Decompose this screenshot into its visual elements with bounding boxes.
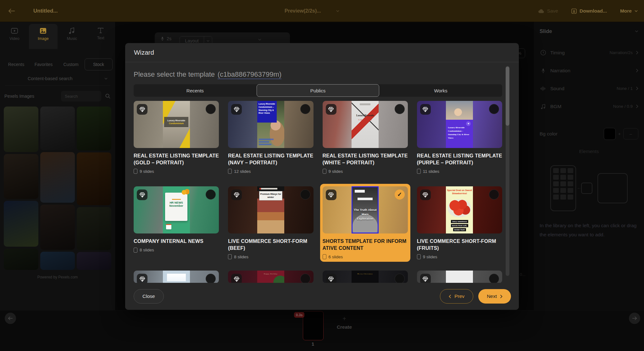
template-thumbnail: Happy Holiday <box>228 271 313 283</box>
template-thumbnail: The Truth About Mars Exploration✓ <box>323 186 408 233</box>
chevron-down-icon[interactable] <box>635 30 638 32</box>
select-circle[interactable] <box>300 104 310 114</box>
chevron-down-icon[interactable] <box>258 39 261 41</box>
template-card[interactable] <box>134 271 219 283</box>
clip-duration-control[interactable]: 2s <box>160 36 171 41</box>
elements-section-title: Elements <box>540 149 638 154</box>
stock-photo[interactable] <box>4 249 38 270</box>
select-circle[interactable] <box>206 274 216 283</box>
back-icon[interactable] <box>8 8 15 14</box>
search-input[interactable] <box>64 94 98 99</box>
download-button[interactable]: Download... <box>571 8 607 14</box>
prev-button[interactable]: Prev <box>440 289 473 304</box>
search-mode-dropdown[interactable]: Content-based search <box>5 76 110 86</box>
modal-tab-publics[interactable]: Publics <box>257 84 380 97</box>
library-grid-icon <box>550 165 576 211</box>
tool-image[interactable]: Image <box>29 24 58 49</box>
right-panel: Slide TimingNarration/2sNarrationSoundNo… <box>534 22 644 310</box>
modal-tab-recents[interactable]: Recents <box>134 84 257 97</box>
preview-selector[interactable]: Preview(2/2s)... <box>285 0 339 22</box>
tool-text[interactable]: Text <box>86 24 115 49</box>
select-circle[interactable] <box>300 274 310 283</box>
template-card[interactable]: Premium Ribeye for winterLIVE COMMERCE S… <box>228 186 313 259</box>
select-circle[interactable] <box>395 104 405 114</box>
stock-photo[interactable] <box>40 152 75 203</box>
selected-check-icon[interactable]: ✓ <box>395 189 405 200</box>
slide-clip[interactable]: 0.3s <box>303 311 324 340</box>
image-source-label[interactable]: Pexels Images <box>4 94 61 99</box>
sidebar-tab-favorites[interactable]: Favorites <box>30 59 57 70</box>
stock-photo[interactable] <box>40 252 75 270</box>
modal-scrollbar[interactable] <box>506 66 509 276</box>
template-card[interactable]: Luxury RiversideCondominiumREAL ESTATE L… <box>134 101 219 174</box>
panel-item-timing[interactable]: TimingNarration/2s <box>540 44 638 62</box>
chevron-right-icon <box>636 104 638 108</box>
premium-gem-icon <box>326 274 336 283</box>
sidebar-tab-stock[interactable]: Stock <box>85 58 113 70</box>
slides-count: 6 slides <box>323 254 408 259</box>
select-circle[interactable] <box>206 104 216 114</box>
template-card[interactable]: HR NEWSNovemberCOMPANY INTERNAL NEWS8 sl… <box>134 186 219 259</box>
sidebar-tabs: RecentsFavoritesCustomStock <box>0 58 115 70</box>
template-card[interactable]: Luxury RiversideCondominiumREAL ESTATE L… <box>323 101 408 174</box>
next-button[interactable]: Next <box>478 289 511 304</box>
template-card[interactable] <box>417 271 502 283</box>
stock-photo[interactable] <box>4 154 38 199</box>
canvas-target-icon <box>597 173 628 203</box>
search-icon[interactable] <box>105 93 111 99</box>
create-slide-button[interactable]: + Create <box>330 310 358 335</box>
stock-photo[interactable] <box>77 107 111 151</box>
close-button[interactable]: Close <box>134 289 164 304</box>
sidebar-tab-custom[interactable]: Custom <box>57 59 85 70</box>
modal-tab-works[interactable]: Works <box>379 84 502 97</box>
stock-photo[interactable] <box>40 205 75 250</box>
clip-duration-label: 2s <box>167 36 171 41</box>
select-circle[interactable] <box>395 274 405 283</box>
select-circle[interactable] <box>300 189 310 200</box>
panel-item-narration[interactable]: Narration <box>540 62 638 80</box>
stock-photo[interactable] <box>4 201 38 247</box>
bg-opacity-control[interactable]: – <box>623 128 638 140</box>
template-card[interactable]: Merry Christmas <box>323 271 408 283</box>
tool-label: Video <box>0 36 29 41</box>
text-icon <box>86 27 115 34</box>
stock-photo[interactable] <box>4 107 38 152</box>
template-card[interactable]: ♥Luxury Riverside Condominium – Stunning… <box>417 101 502 174</box>
image-icon <box>29 27 58 35</box>
tool-video[interactable]: Video <box>0 24 29 49</box>
select-circle[interactable] <box>489 104 499 114</box>
select-circle[interactable] <box>489 274 499 283</box>
tool-music[interactable]: Music <box>58 24 86 49</box>
template-card[interactable]: The Truth About Mars Exploration✓SHORTS … <box>320 184 410 262</box>
stock-photo[interactable] <box>77 152 111 205</box>
music-icon <box>58 27 86 35</box>
slides-icon <box>417 254 421 259</box>
sidebar-tab-recents[interactable]: Recents <box>3 59 30 70</box>
template-card[interactable]: Luxury Riverside Condominium – Stunning … <box>228 101 313 174</box>
document-title[interactable]: Untitled... <box>33 8 58 14</box>
panel-item-bgm[interactable]: BGMNone / 0.9 <box>540 97 638 115</box>
stock-photo-grid <box>4 107 111 270</box>
mic-icon <box>540 68 547 74</box>
save-label: Save <box>547 8 558 14</box>
prev-label: Prev <box>454 293 464 299</box>
select-circle[interactable] <box>206 189 216 200</box>
bg-color-swatch[interactable] <box>604 128 616 140</box>
select-circle[interactable] <box>489 189 499 200</box>
template-id: (c1ba8867963799m) <box>218 70 281 79</box>
stock-photo[interactable] <box>40 107 75 150</box>
clip-index: 1 <box>303 342 323 347</box>
stock-photo[interactable] <box>77 207 111 250</box>
scrollbar-thumb[interactable] <box>506 67 509 126</box>
template-card[interactable]: Happy Holiday <box>228 271 313 283</box>
thumb-art: Luxury Riverside Condominium – Stunning … <box>257 101 284 148</box>
stock-photo[interactable] <box>77 252 111 270</box>
modal-title: Wizard <box>134 49 154 56</box>
template-thumbnail: Luxury Riverside Condominium – Stunning … <box>228 101 313 148</box>
template-card[interactable]: Special Deal on Sweet Strawberries!Juicy… <box>417 186 502 259</box>
timeline-next-button[interactable] <box>629 313 640 324</box>
save-button[interactable]: Save <box>538 8 558 14</box>
more-button[interactable]: More <box>620 8 638 14</box>
panel-item-sound[interactable]: SoundNone / 1 <box>540 80 638 97</box>
timeline-prev-button[interactable] <box>5 313 16 324</box>
